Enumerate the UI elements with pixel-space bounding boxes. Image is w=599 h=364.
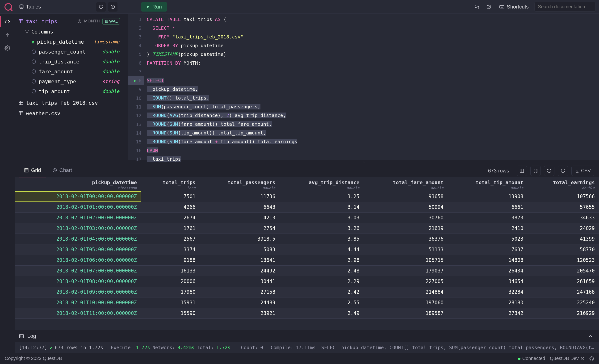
table-cell[interactable]: 2018-02-01T01:00:00.000000Z (15, 202, 141, 213)
code-line[interactable]: FROM (147, 146, 599, 155)
refresh-button[interactable] (96, 2, 106, 12)
table-row[interactable]: 2018-02-01T06:00:00.000000Z9188136412.98… (15, 255, 599, 266)
table-row[interactable]: 2018-02-01T08:00:00.000000Z20006304412.2… (15, 276, 599, 287)
column-header[interactable]: avg_trip_distancedouble (280, 178, 363, 191)
code-line[interactable]: SELECT * (147, 24, 599, 33)
table-cell[interactable]: 14808 (448, 255, 528, 266)
table-row[interactable]: 2018-02-01T04:00:00.000000Z25673918.53.8… (15, 234, 599, 244)
column-row[interactable]: ⇵pickup_datetimetimestamp (15, 37, 123, 47)
run-button[interactable]: Run (141, 2, 167, 12)
help-button[interactable] (484, 2, 493, 12)
table-cell[interactable]: 51133 (364, 244, 448, 255)
table-cell[interactable]: 23921 (200, 308, 280, 319)
table-cell[interactable]: 28180 (448, 297, 528, 308)
table-cell[interactable]: 2.49 (280, 308, 363, 319)
columns-button[interactable] (530, 166, 541, 176)
table-cell[interactable]: 2.29 (280, 276, 363, 287)
table-cell[interactable]: 2018-02-01T06:00:00.000000Z (15, 255, 141, 266)
table-cell[interactable]: 24492 (200, 266, 280, 276)
code-line[interactable]: ORDER BY pickup_datetime (147, 41, 599, 50)
code-line[interactable] (147, 67, 599, 76)
table-cell[interactable]: 9188 (141, 255, 200, 266)
table-row[interactable]: 2018-02-01T03:00:00.000000Z176127543.262… (15, 223, 599, 234)
code-line[interactable]: FROM "taxi_trips_feb_2018.csv" (147, 33, 599, 41)
editor-code[interactable]: CREATE TABLE taxi_trips AS ( SELECT * FR… (144, 14, 599, 160)
table-cell[interactable]: 6643 (200, 202, 280, 213)
table-cell[interactable]: 197060 (364, 297, 448, 308)
table-cell[interactable]: 32284 (448, 287, 528, 297)
export-csv-button[interactable]: CSV (571, 166, 594, 176)
table-cell[interactable]: 247168 (528, 287, 599, 297)
table-row[interactable]: 2018-02-01T02:00:00.000000Z267442133.033… (15, 213, 599, 223)
tables-dropdown[interactable]: Tables (16, 3, 44, 11)
table-cell[interactable]: 3918.5 (200, 234, 280, 244)
table-cell[interactable]: 3.25 (280, 191, 363, 202)
column-header[interactable]: total_tripslong (141, 178, 200, 191)
table-cell[interactable]: 20006 (141, 276, 200, 287)
table-cell[interactable]: 2018-02-01T11:00:00.000000Z (15, 308, 141, 319)
table-cell[interactable]: 50994 (364, 202, 448, 213)
table-row[interactable]: 2018-02-01T11:00:00.000000Z15590239212.4… (15, 308, 599, 319)
table-cell[interactable]: 7637 (448, 244, 528, 255)
table-cell[interactable]: 26434 (448, 266, 528, 276)
table-cell[interactable]: 58770 (528, 244, 599, 255)
table-cell[interactable]: 27342 (448, 308, 528, 319)
code-line[interactable]: ROUND(SUM(fare_amount)) total_fare_amoun… (147, 120, 599, 129)
table-cell[interactable]: 2018-02-01T05:00:00.000000Z (15, 244, 141, 255)
log-panel-header[interactable]: Log (15, 330, 599, 342)
table-cell[interactable]: 2018-02-01T04:00:00.000000Z (15, 234, 141, 244)
table-row[interactable]: 2018-02-01T09:00:00.000000Z17980271582.4… (15, 287, 599, 297)
table-cell[interactable]: 5083 (200, 244, 280, 255)
code-line[interactable]: SUM(passenger_count) total_passengers, (147, 102, 599, 111)
table-cell[interactable]: 36376 (364, 234, 448, 244)
table-cell[interactable]: 2674 (141, 213, 200, 223)
table-cell[interactable]: 3374 (141, 244, 200, 255)
table-cell[interactable]: 34654 (448, 276, 528, 287)
rail-settings[interactable] (2, 43, 13, 54)
columns-node[interactable]: ▽ Columns (15, 27, 123, 37)
results-grid[interactable]: pickup_datetimetimestamptotal_tripslongt… (15, 178, 599, 330)
table-cell[interactable]: 24489 (200, 297, 280, 308)
tab-chart[interactable]: Chart (48, 164, 77, 178)
column-row[interactable]: trip_distancedouble (15, 57, 123, 67)
table-cell[interactable]: 5023 (448, 234, 528, 244)
table-cell[interactable]: 2018-02-01T02:00:00.000000Z (15, 213, 141, 223)
code-line[interactable]: SELECT (147, 76, 599, 85)
search-input[interactable] (534, 2, 596, 12)
table-cell[interactable]: 17980 (141, 287, 200, 297)
code-line[interactable]: CREATE TABLE taxi_trips AS ( (147, 15, 599, 24)
code-line[interactable]: pickup_datetime, (147, 85, 599, 94)
code-line[interactable]: ROUND(SUM(tip_amount)) total_tip_amount, (147, 129, 599, 137)
table-cell[interactable]: 2018-02-01T00:00:00.000000Z (15, 191, 141, 202)
table-cell[interactable]: 214884 (364, 287, 448, 297)
table-row[interactable]: 2018-02-01T05:00:00.000000Z337450834.445… (15, 244, 599, 255)
table-cell[interactable]: 34633 (528, 213, 599, 223)
table-cell[interactable]: 7501 (141, 191, 200, 202)
table-cell[interactable]: 2018-02-01T07:00:00.000000Z (15, 266, 141, 276)
code-line[interactable]: ) TIMESTAMP(pickup_datetime) (147, 50, 599, 59)
add-button[interactable] (108, 2, 117, 12)
rail-editor[interactable] (2, 16, 13, 27)
table-cell[interactable]: 205470 (528, 266, 599, 276)
table-cell[interactable]: 4213 (200, 213, 280, 223)
table-cell[interactable]: 2.98 (280, 255, 363, 266)
table-cell[interactable]: 120523 (528, 255, 599, 266)
dev-link[interactable]: QuestDB Dev (550, 356, 584, 361)
table-cell[interactable]: 57655 (528, 202, 599, 213)
table-cell[interactable]: 27158 (200, 287, 280, 297)
table-cell[interactable]: 24029 (528, 223, 599, 234)
column-header[interactable]: pickup_datetimetimestamp (15, 178, 141, 191)
table-cell[interactable]: 13641 (200, 255, 280, 266)
github-link[interactable] (589, 356, 594, 361)
shortcuts-button[interactable]: Shortcuts (496, 2, 532, 12)
table-cell[interactable]: 2754 (200, 223, 280, 234)
table-cell[interactable]: 107566 (528, 191, 599, 202)
table-cell[interactable]: 3.26 (280, 223, 363, 234)
table-cell[interactable]: 225240 (528, 297, 599, 308)
code-line[interactable]: PARTITION BY MONTH; (147, 59, 599, 67)
file-node[interactable]: taxi_trips_feb_2018.csv (15, 98, 123, 108)
table-cell[interactable]: 11736 (200, 191, 280, 202)
table-row[interactable]: 2018-02-01T10:00:00.000000Z15931244892.5… (15, 297, 599, 308)
table-cell[interactable]: 1761 (141, 223, 200, 234)
table-cell[interactable]: 261659 (528, 276, 599, 287)
